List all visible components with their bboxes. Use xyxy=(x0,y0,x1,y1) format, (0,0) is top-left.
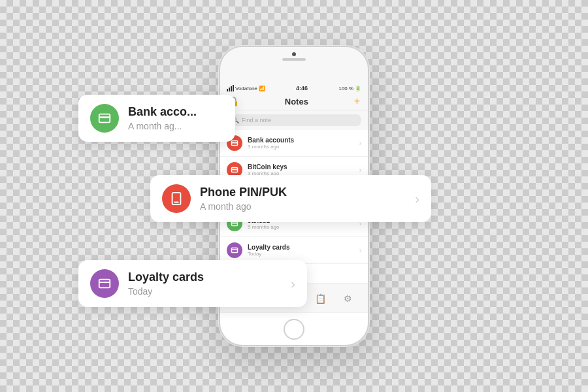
signal-bar-4 xyxy=(233,85,234,91)
signal-bars xyxy=(227,85,234,91)
loyalty-card-subtitle: Today xyxy=(128,286,279,297)
loyalty-card-title: Loyalty cards xyxy=(128,270,279,285)
note-title-loyalty: Loyalty cards xyxy=(248,244,354,251)
app-header: 🔒 Notes + xyxy=(220,93,368,110)
battery-icon: 🔋 xyxy=(355,86,361,91)
loyalty-chevron: › xyxy=(291,276,295,291)
gear-nav-icon[interactable]: ⚙ xyxy=(344,293,352,304)
note-title-bank: Bank accounts xyxy=(248,137,354,144)
svg-rect-13 xyxy=(232,248,238,253)
note-content-bitcoin: BitCoin keys 3 months ago xyxy=(248,163,354,176)
svg-rect-4 xyxy=(99,280,110,288)
svg-rect-9 xyxy=(232,169,238,171)
camera xyxy=(292,52,296,56)
battery-level: 100 % xyxy=(338,86,353,91)
search-placeholder-text: Find a note xyxy=(242,117,271,123)
note-date-bank: 3 months ago xyxy=(248,144,354,150)
search-bar: 🔍 Find a note xyxy=(220,110,368,130)
svg-rect-12 xyxy=(232,223,238,224)
phone-pin-card-text: Phone PIN/PUK A month ago xyxy=(200,186,403,212)
bank-card-text: Bank acco... A month ag... xyxy=(128,105,223,131)
svg-rect-1 xyxy=(99,116,110,118)
search-input[interactable]: 🔍 Find a note xyxy=(227,114,361,126)
note-content-loyalty: Loyalty cards Today xyxy=(248,244,354,257)
carrier-name: Vodafone xyxy=(235,86,257,91)
phone-pin-card-subtitle: A month ago xyxy=(200,201,403,212)
status-time: 4:46 xyxy=(296,85,308,91)
note-date-loyalty: Today xyxy=(248,251,354,257)
note-chevron-bank: › xyxy=(359,140,361,147)
signal-bar-2 xyxy=(229,88,230,91)
phone-top xyxy=(220,47,368,84)
phone-pin-card-icon xyxy=(162,184,191,213)
speaker xyxy=(282,58,306,61)
note-date-jansbz: 5 months ago xyxy=(248,224,354,230)
wifi-icon: 📶 xyxy=(259,86,265,91)
home-button[interactable] xyxy=(284,319,304,340)
note-icon-loyalty xyxy=(227,242,242,258)
note-item-bank-accounts[interactable]: Bank accounts 3 months ago › xyxy=(220,130,368,157)
phone-bottom xyxy=(220,312,368,345)
status-right: 100 % 🔋 xyxy=(338,86,361,91)
add-note-button[interactable]: + xyxy=(354,95,360,107)
loyalty-cards-card[interactable]: Loyalty cards Today › xyxy=(78,260,307,307)
notes-nav-icon[interactable]: 📋 xyxy=(315,293,326,304)
app-title: Notes xyxy=(285,97,308,106)
status-left: Vodafone 📶 xyxy=(227,85,265,91)
bank-card-title: Bank acco... xyxy=(128,105,223,120)
status-bar: Vodafone 📶 4:46 100 % 🔋 xyxy=(220,84,368,93)
note-chevron-loyalty: › xyxy=(359,247,361,254)
phone-pin-chevron: › xyxy=(415,191,419,206)
signal-bar-1 xyxy=(227,89,228,91)
note-title-bitcoin: BitCoin keys xyxy=(248,163,354,171)
svg-rect-7 xyxy=(232,142,238,144)
loyalty-card-text: Loyalty cards Today xyxy=(128,270,279,297)
phone-pin-card[interactable]: Phone PIN/PUK A month ago › xyxy=(150,175,431,222)
svg-rect-3 xyxy=(174,202,178,203)
bank-card-subtitle: A month ag... xyxy=(128,121,223,131)
phone-pin-card-title: Phone PIN/PUK xyxy=(200,186,403,200)
note-content-bank: Bank accounts 3 months ago xyxy=(248,137,354,150)
signal-bar-3 xyxy=(231,86,232,91)
loyalty-card-icon xyxy=(90,269,119,298)
bank-card-icon xyxy=(90,104,119,133)
bank-accounts-card[interactable]: Bank acco... A month ag... xyxy=(78,95,235,142)
note-chevron-bitcoin: › xyxy=(359,167,361,174)
